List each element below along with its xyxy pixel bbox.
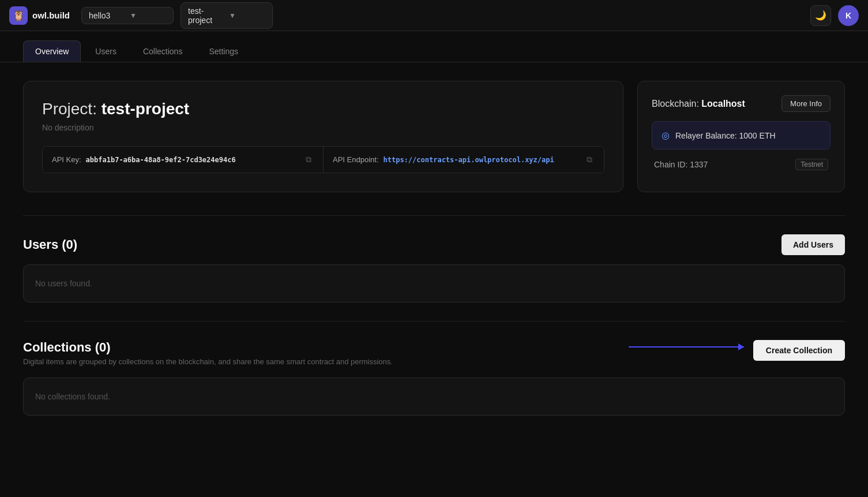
- nav-right: 🌙 K: [810, 5, 859, 26]
- blockchain-title: Blockchain: Localhost: [652, 99, 745, 109]
- blockchain-header: Blockchain: Localhost More Info: [652, 95, 831, 112]
- users-empty-message: No users found.: [35, 279, 92, 288]
- owl-icon: 🦉: [12, 9, 25, 22]
- project-card: Project: test-project No description API…: [23, 81, 623, 192]
- relayer-icon: ◎: [662, 130, 670, 141]
- users-empty-box: No users found.: [23, 264, 845, 302]
- users-section: Users (0) Add Users No users found.: [23, 234, 845, 302]
- users-section-title: Users (0): [23, 237, 77, 252]
- tab-overview[interactable]: Overview: [23, 40, 81, 62]
- project-title: Project: test-project: [42, 100, 604, 118]
- project-description: No description: [42, 123, 604, 132]
- api-endpoint-value: https://contracts-api.owlprotocol.xyz/ap…: [384, 156, 554, 164]
- testnet-badge: Testnet: [795, 159, 828, 170]
- collections-empty-box: No collections found.: [23, 378, 845, 416]
- chain-id-row: Chain ID: 1337 Testnet: [652, 159, 831, 170]
- project-selector-value: test-project: [188, 6, 224, 25]
- project-selector-chevron: ▼: [229, 12, 265, 20]
- chain-id-text: Chain ID: 1337: [654, 160, 708, 169]
- topnav: 🦉 owl.build hello3 ▼ test-project ▼ 🌙 K: [0, 0, 868, 31]
- relayer-balance-text: Relayer Balance: 1000 ETH: [675, 131, 776, 140]
- arrow-indicator: [629, 346, 744, 347]
- collections-section-header: Collections (0) Digital items are groupe…: [23, 340, 845, 375]
- relayer-balance-box: ◎ Relayer Balance: 1000 ETH: [652, 121, 831, 150]
- project-section: Project: test-project No description API…: [23, 81, 845, 192]
- collections-actions: Create Collection: [629, 340, 845, 361]
- divider-collections: [23, 321, 845, 322]
- blockchain-card: Blockchain: Localhost More Info ◎ Relaye…: [637, 81, 845, 192]
- copy-api-endpoint-button[interactable]: ⧉: [584, 154, 595, 166]
- tab-collections[interactable]: Collections: [131, 40, 194, 62]
- api-endpoint-label: API Endpoint:: [333, 155, 379, 164]
- more-info-button[interactable]: More Info: [781, 95, 831, 112]
- moon-icon: 🌙: [815, 10, 826, 21]
- tab-users[interactable]: Users: [83, 40, 129, 62]
- brand: 🦉 owl.build: [9, 6, 70, 25]
- users-section-header: Users (0) Add Users: [23, 234, 845, 255]
- api-key-cell: API Key: abbfa1b7-a6ba-48a8-9ef2-7cd3e24…: [43, 147, 324, 173]
- api-info-row: API Key: abbfa1b7-a6ba-48a8-9ef2-7cd3e24…: [42, 146, 604, 173]
- brand-logo: 🦉: [9, 6, 28, 25]
- arrow-line: [629, 346, 744, 347]
- org-selector[interactable]: hello3 ▼: [81, 7, 174, 24]
- avatar-initial: K: [846, 11, 851, 20]
- divider-users: [23, 215, 845, 216]
- add-users-button[interactable]: Add Users: [781, 234, 845, 255]
- project-title-prefix: Project:: [42, 100, 97, 118]
- tabbar: Overview Users Collections Settings: [0, 31, 868, 62]
- collections-subtitle: Digital items are grouped by collections…: [23, 357, 393, 366]
- brand-name: owl.build: [32, 10, 70, 20]
- copy-api-key-button[interactable]: ⧉: [303, 154, 314, 166]
- theme-toggle-button[interactable]: 🌙: [810, 5, 831, 26]
- collections-section-title: Collections (0): [23, 340, 393, 355]
- collections-title-area: Collections (0) Digital items are groupe…: [23, 340, 393, 375]
- collections-section: Collections (0) Digital items are groupe…: [23, 340, 845, 416]
- collections-empty-message: No collections found.: [35, 392, 110, 401]
- api-key-label: API Key:: [52, 155, 81, 164]
- blockchain-chain-name: Localhost: [701, 99, 745, 109]
- blockchain-label: Blockchain:: [652, 99, 699, 109]
- api-endpoint-cell: API Endpoint: https://contracts-api.owlp…: [324, 147, 604, 173]
- project-selector[interactable]: test-project ▼: [181, 2, 273, 29]
- tab-settings[interactable]: Settings: [197, 40, 250, 62]
- main-content: Project: test-project No description API…: [0, 62, 868, 453]
- create-collection-button[interactable]: Create Collection: [753, 340, 845, 361]
- api-key-value: abbfa1b7-a6ba-48a8-9ef2-7cd3e24e94c6: [86, 156, 236, 164]
- org-selector-value: hello3: [89, 11, 125, 20]
- project-name: test-project: [102, 100, 189, 118]
- org-selector-chevron: ▼: [130, 12, 166, 20]
- avatar[interactable]: K: [838, 5, 859, 26]
